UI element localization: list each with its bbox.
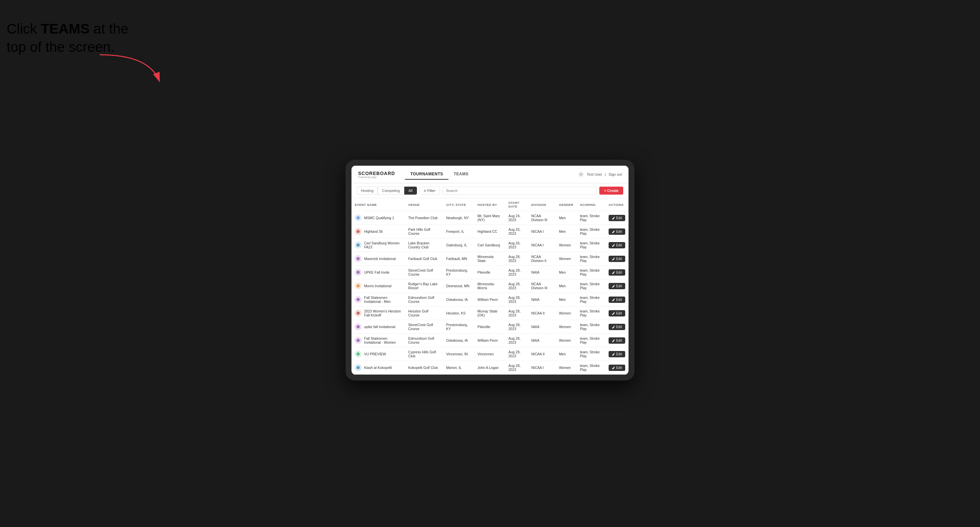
cell-city-state: Deerwood, MN [443,279,474,293]
cell-scoring: team, Stroke Play [577,293,605,306]
settings-icon[interactable] [578,171,584,177]
table-body: MSMC Qualifying 1 The Powelton Club Newb… [352,211,628,375]
edit-button[interactable]: Edit [609,256,625,262]
cell-city-state: Oskaloosa, IA [443,334,474,348]
cell-venue: The Powelton Club [405,211,443,225]
edit-button[interactable]: Edit [609,297,625,303]
tab-teams[interactable]: TEAMS [449,169,474,179]
cell-division: NICAA II [528,306,555,320]
cell-event-name: Highland 36 [352,225,405,238]
svg-point-1 [581,173,582,175]
cell-gender: Men [556,225,577,238]
edit-icon [612,339,615,342]
cell-city-state: Prestonsburg, KY [443,320,474,334]
edit-button[interactable]: Edit [609,242,625,248]
cell-gender: Women [556,361,577,375]
cell-actions: Edit [605,211,628,225]
instruction-arrow [90,51,183,91]
cell-venue: Edmundson Golf Course [405,334,443,348]
cell-actions: Edit [605,225,628,238]
cell-start-date: Aug 28, 2023 [505,279,528,293]
cell-gender: Men [556,211,577,225]
cell-hosted-by: Minnesota State [474,252,505,266]
edit-button[interactable]: Edit [609,337,625,344]
filter-tab-competing[interactable]: Competing [378,187,404,195]
create-button[interactable]: + Create [599,187,623,195]
edit-button[interactable]: Edit [609,215,625,221]
cell-hosted-by: Carl Sandburg [474,238,505,252]
cell-division: NCAA Division III [528,279,555,293]
table-header: EVENT NAME VENUE CITY, STATE HOSTED BY S… [352,198,628,211]
cell-event-name: Morris Invitational [352,279,405,293]
cell-scoring: team, Stroke Play [577,266,605,279]
table-row: Fall Statesmen Invitational - Women Edmu… [352,334,628,348]
cell-start-date: Aug 28, 2023 [505,361,528,375]
instruction-text: Click TEAMS at thetop of the screen. [6,20,128,56]
tablet-frame: SCOREBOARD Powered by clippt TOURNAMENTS… [345,160,635,381]
svg-point-5 [356,257,360,260]
table-row: MSMC Qualifying 1 The Powelton Club Newb… [352,211,628,225]
cell-event-name: Maverick Invitational [352,252,405,266]
col-event-name: EVENT NAME [352,198,405,211]
cell-actions: Edit [605,293,628,306]
col-gender: GENDER [556,198,577,211]
cell-venue: Faribault Golf Club [405,252,443,266]
edit-icon [612,230,615,233]
cell-event-name: 2023 Women's Hesston Fall Kickoff [352,306,405,320]
cell-division: NICAA I [528,361,555,375]
nav-tabs: TOURNAMENTS TEAMS [405,169,578,179]
cell-division: NICAA I [528,225,555,238]
tournaments-table: EVENT NAME VENUE CITY, STATE HOSTED BY S… [352,198,628,375]
col-scoring: SCORING [577,198,605,211]
edit-button[interactable]: Edit [609,324,625,330]
cell-hosted-by: Murray State (OK) [474,306,505,320]
cell-start-date: Aug 24, 2023 [505,211,528,225]
cell-city-state: Marion, IL [443,361,474,375]
search-input[interactable] [442,187,597,195]
cell-actions: Edit [605,306,628,320]
col-city-state: CITY, STATE [443,198,474,211]
cell-event-name: Klash at Kokopelli [352,361,405,375]
cell-hosted-by: William Penn [474,293,505,306]
cell-hosted-by: Pikeville [474,266,505,279]
cell-city-state: Oskaloosa, IA [443,293,474,306]
svg-point-4 [356,243,360,247]
cell-hosted-by: William Penn [474,334,505,348]
cell-hosted-by: Mt. Saint Mary (NY) [474,211,505,225]
edit-button[interactable]: Edit [609,269,625,276]
edit-button[interactable]: Edit [609,351,625,357]
table-row: Klash at Kokopelli Kokopelli Golf Club M… [352,361,628,375]
col-hosted-by: HOSTED BY [474,198,505,211]
toolbar: Hosting Competing All ≡ Filter + Create [352,183,628,198]
cell-gender: Men [556,293,577,306]
cell-actions: Edit [605,334,628,348]
cell-venue: Hesston Golf Course [405,306,443,320]
app-logo: SCOREBOARD Powered by clippt [358,171,395,178]
logo-sub-text: Powered by clippt [358,176,395,178]
col-start-date: START DATE [505,198,528,211]
cell-city-state: Hesston, KS [443,306,474,320]
table-row: VU PREVIEW Cypress Hills Golf Club Vince… [352,348,628,361]
cell-scoring: team, Stroke Play [577,279,605,293]
svg-point-11 [356,339,360,342]
filter-tab-all[interactable]: All [404,187,417,195]
tab-tournaments[interactable]: TOURNAMENTS [405,169,449,179]
edit-button[interactable]: Edit [609,365,625,371]
filter-tab-hosting[interactable]: Hosting [357,187,378,195]
cell-venue: StoneCrest Golf Course [405,320,443,334]
cell-hosted-by: Highland CC [474,225,505,238]
cell-event-name: Carl Sandburg Women FA23 [352,238,405,252]
filter-button[interactable]: ≡ Filter [420,187,440,195]
edit-button[interactable]: Edit [609,229,625,235]
edit-icon [612,352,615,356]
cell-actions: Edit [605,320,628,334]
cell-hosted-by: Vincennes [474,348,505,361]
cell-city-state: Vincennes, IN [443,348,474,361]
col-actions: ACTIONS [605,198,628,211]
tablet-screen: SCOREBOARD Powered by clippt TOURNAMENTS… [352,166,628,375]
edit-button[interactable]: Edit [609,310,625,316]
svg-point-13 [356,366,360,369]
sign-out-link[interactable]: Sign out [609,172,622,176]
edit-button[interactable]: Edit [609,283,625,289]
cell-gender: Women [556,252,577,266]
